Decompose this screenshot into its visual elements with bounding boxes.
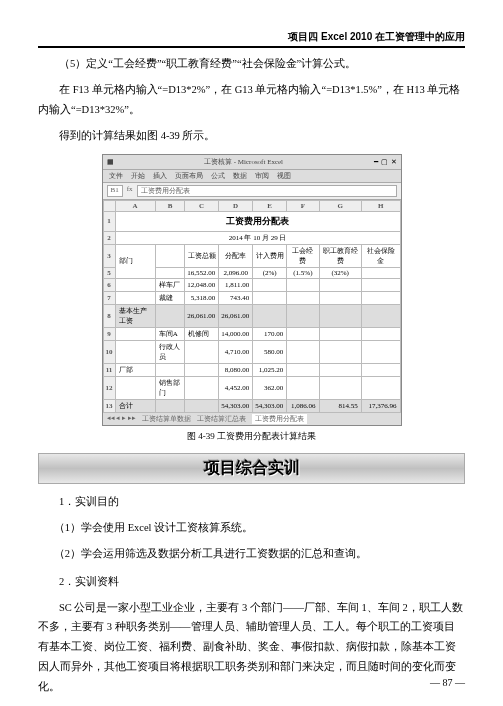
cell [319, 376, 361, 399]
col-h: H [361, 200, 400, 211]
cell: 17,376.96 [361, 399, 400, 412]
row-h: 10 [103, 340, 115, 363]
cell: 裁缝 [155, 291, 184, 304]
cell: 厂部 [115, 363, 155, 376]
col-h: E [253, 200, 287, 211]
excel-grid: A B C D E F G H 1工资费用分配表 22014 年 10 月 29… [103, 200, 401, 413]
sheet-title: 工资费用分配表 [115, 211, 400, 231]
menu-item: 视图 [277, 171, 291, 181]
sheet-tab-active: 工资费用分配表 [252, 414, 307, 424]
cell [155, 363, 184, 376]
excel-row: 13合计54,303.0054,303.001,086.06814.5517,3… [103, 399, 400, 412]
cell: 行政人员 [155, 340, 184, 363]
col-h [103, 200, 115, 211]
col-headers: A B C D E F G H [103, 200, 400, 211]
excel-ribbon: 文件 开始 插入 页面布局 公式 数据 审阅 视图 [103, 170, 401, 183]
cell: 机修间 [185, 327, 219, 340]
cell: 工资总额 [185, 244, 219, 267]
cell: 车间A [155, 327, 184, 340]
fx-icon: fx [127, 185, 133, 197]
row-h: 6 [103, 278, 115, 291]
row-h: 3 [103, 244, 115, 267]
excel-row: 7裁缝5,318.00743.40 [103, 291, 400, 304]
col-h: D [219, 200, 253, 211]
excel-row: 6样车厂12,048.001,811.00 [103, 278, 400, 291]
cell: (1.5%) [287, 267, 319, 278]
cell [115, 327, 155, 340]
cell: 职工教育经费 [319, 244, 361, 267]
cell [185, 399, 219, 412]
header-row: 3 部门 工资总额 分配率 计入费用 工会经费 职工教育经费 社会保险金 [103, 244, 400, 267]
page-number: — 87 — [430, 677, 465, 688]
cell [319, 291, 361, 304]
col-h: G [319, 200, 361, 211]
cell [319, 304, 361, 327]
col-h: A [115, 200, 155, 211]
cell [287, 376, 319, 399]
cell [361, 376, 400, 399]
cell: 计入费用 [253, 244, 287, 267]
cell [319, 363, 361, 376]
maximize-icon: ▢ [381, 158, 388, 166]
sheet-title-row: 1工资费用分配表 [103, 211, 400, 231]
cell: 部门 [115, 244, 155, 278]
header-rule [38, 46, 465, 48]
cell [185, 363, 219, 376]
cell [115, 278, 155, 291]
row-h: 12 [103, 376, 115, 399]
row-h: 5 [103, 267, 115, 278]
excel-row: 10行政人员4,710.00580.00 [103, 340, 400, 363]
paragraph: 得到的计算结果如图 4-39 所示。 [38, 126, 465, 146]
banner-title: 项目综合实训 [204, 459, 300, 476]
cell: 基本生产工资 [115, 304, 155, 327]
sheet-date: 2014 年 10 月 29 日 [115, 231, 400, 244]
figure-caption: 图 4-39 工资费用分配表计算结果 [38, 430, 465, 443]
cell [185, 376, 219, 399]
nav-icon: ◂◂ ◂ ▸ ▸▸ [107, 414, 136, 424]
cell: 26,061.00 [219, 304, 253, 327]
section-banner: 项目综合实训 [38, 453, 465, 484]
paragraph: （2）学会运用筛选及数据分析工具进行工资数据的汇总和查询。 [38, 544, 465, 564]
close-icon: ✕ [391, 158, 397, 166]
cell: 社会保险金 [361, 244, 400, 267]
cell [361, 278, 400, 291]
col-h: B [155, 200, 184, 211]
excel-formula-bar: B1 fx 工资费用分配表 [103, 183, 401, 200]
menu-item: 数据 [233, 171, 247, 181]
paragraph: （5）定义“工会经费”“职工教育经费”“社会保险金”计算公式。 [38, 54, 465, 74]
cell: 1,811.00 [219, 278, 253, 291]
excel-row: 11厂部8,080.001,025.20 [103, 363, 400, 376]
excel-titlebar: ▦ 工资核算 - Microsoft Excel ━ ▢ ✕ [103, 155, 401, 170]
menu-item: 公式 [211, 171, 225, 181]
cell: 4,710.00 [219, 340, 253, 363]
cell [319, 340, 361, 363]
heading: 1．实训目的 [38, 492, 465, 512]
cell [287, 291, 319, 304]
cell [115, 291, 155, 304]
cell: 743.40 [219, 291, 253, 304]
cell [361, 340, 400, 363]
cell: 分配率 [219, 244, 253, 267]
formula-box: 工资费用分配表 [137, 185, 397, 197]
sheet-date-row: 22014 年 10 月 29 日 [103, 231, 400, 244]
page-number-value: 87 [443, 677, 453, 688]
cell [361, 304, 400, 327]
col-h: C [185, 200, 219, 211]
cell: 54,303.00 [253, 399, 287, 412]
cell: 12,048.00 [185, 278, 219, 291]
paragraph: SC 公司是一家小型工业企业，主要有 3 个部门——厂部、车间 1、车间 2，职… [38, 598, 465, 698]
cell: 合计 [115, 399, 155, 412]
cell: (2%) [253, 267, 287, 278]
excel-row: 8基本生产工资26,061.0026,061.00 [103, 304, 400, 327]
cell: 580.00 [253, 340, 287, 363]
heading: 2．实训资料 [38, 572, 465, 592]
menu-item: 页面布局 [175, 171, 203, 181]
cell: 工会经费 [287, 244, 319, 267]
row-h: 8 [103, 304, 115, 327]
cell: 814.55 [319, 399, 361, 412]
row-h: 7 [103, 291, 115, 304]
cell [253, 291, 287, 304]
cell [287, 304, 319, 327]
cell [287, 278, 319, 291]
cell [287, 340, 319, 363]
